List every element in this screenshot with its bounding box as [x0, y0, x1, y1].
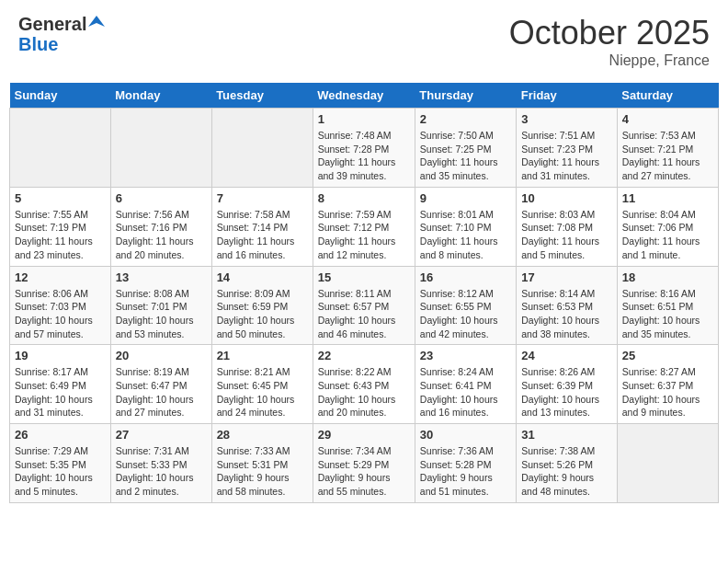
day-info: Sunrise: 7:51 AM Sunset: 7:23 PM Dayligh… [521, 129, 611, 183]
header-day-friday: Friday [517, 83, 617, 109]
day-number: 10 [521, 191, 611, 205]
day-number: 15 [318, 270, 410, 284]
day-info: Sunrise: 8:03 AM Sunset: 7:08 PM Dayligh… [521, 208, 611, 262]
day-number: 20 [116, 349, 207, 362]
day-info: Sunrise: 7:38 AM Sunset: 5:26 PM Dayligh… [521, 444, 611, 499]
calendar-cell [617, 424, 718, 503]
logo: General Blue [18, 14, 105, 54]
header-day-thursday: Thursday [415, 83, 516, 109]
day-info: Sunrise: 7:34 AM Sunset: 5:29 PM Dayligh… [318, 444, 410, 499]
day-info: Sunrise: 8:11 AM Sunset: 6:57 PM Dayligh… [318, 287, 410, 341]
calendar-cell: 8Sunrise: 7:59 AM Sunset: 7:12 PM Daylig… [313, 187, 415, 266]
calendar-cell [211, 109, 313, 188]
calendar-cell: 4Sunrise: 7:53 AM Sunset: 7:21 PM Daylig… [617, 109, 718, 188]
day-number: 28 [217, 428, 308, 442]
day-number: 23 [420, 349, 511, 362]
calendar-cell: 6Sunrise: 7:56 AM Sunset: 7:16 PM Daylig… [110, 187, 211, 266]
day-info: Sunrise: 8:21 AM Sunset: 6:45 PM Dayligh… [217, 365, 308, 419]
day-info: Sunrise: 8:22 AM Sunset: 6:43 PM Dayligh… [318, 365, 410, 419]
day-info: Sunrise: 7:56 AM Sunset: 7:16 PM Dayligh… [116, 208, 207, 262]
week-row-2: 5Sunrise: 7:55 AM Sunset: 7:19 PM Daylig… [10, 187, 719, 266]
calendar-cell: 10Sunrise: 8:03 AM Sunset: 7:08 PM Dayli… [517, 187, 617, 266]
day-info: Sunrise: 8:09 AM Sunset: 6:59 PM Dayligh… [217, 287, 308, 341]
day-info: Sunrise: 7:31 AM Sunset: 5:33 PM Dayligh… [116, 444, 207, 499]
day-info: Sunrise: 7:50 AM Sunset: 7:25 PM Dayligh… [420, 129, 511, 183]
week-row-4: 19Sunrise: 8:17 AM Sunset: 6:49 PM Dayli… [10, 345, 719, 424]
calendar-table: SundayMondayTuesdayWednesdayThursdayFrid… [9, 83, 719, 503]
day-info: Sunrise: 7:55 AM Sunset: 7:19 PM Dayligh… [15, 208, 106, 262]
header-day-saturday: Saturday [617, 83, 718, 109]
day-number: 24 [521, 349, 611, 362]
day-number: 3 [521, 112, 611, 126]
logo-general: General [18, 14, 86, 34]
day-number: 31 [521, 428, 611, 442]
day-info: Sunrise: 7:48 AM Sunset: 7:28 PM Dayligh… [318, 129, 410, 183]
header-day-tuesday: Tuesday [211, 83, 313, 109]
calendar-cell: 9Sunrise: 8:01 AM Sunset: 7:10 PM Daylig… [415, 187, 516, 266]
calendar-cell: 3Sunrise: 7:51 AM Sunset: 7:23 PM Daylig… [517, 109, 617, 188]
calendar-cell: 14Sunrise: 8:09 AM Sunset: 6:59 PM Dayli… [211, 266, 313, 345]
calendar-header: SundayMondayTuesdayWednesdayThursdayFrid… [10, 83, 719, 109]
day-number: 18 [622, 270, 713, 284]
calendar-cell: 18Sunrise: 8:16 AM Sunset: 6:51 PM Dayli… [617, 266, 718, 345]
calendar-cell: 25Sunrise: 8:27 AM Sunset: 6:37 PM Dayli… [617, 345, 718, 424]
day-number: 1 [318, 112, 410, 126]
week-row-5: 26Sunrise: 7:29 AM Sunset: 5:35 PM Dayli… [10, 424, 719, 503]
logo-bird-icon [88, 14, 105, 30]
day-info: Sunrise: 8:04 AM Sunset: 7:06 PM Dayligh… [622, 208, 713, 262]
day-info: Sunrise: 8:17 AM Sunset: 6:49 PM Dayligh… [15, 365, 106, 419]
header-day-monday: Monday [110, 83, 211, 109]
day-number: 27 [116, 428, 207, 442]
day-number: 17 [521, 270, 611, 284]
calendar-cell: 15Sunrise: 8:11 AM Sunset: 6:57 PM Dayli… [313, 266, 415, 345]
calendar-cell: 26Sunrise: 7:29 AM Sunset: 5:35 PM Dayli… [10, 424, 111, 503]
day-info: Sunrise: 8:27 AM Sunset: 6:37 PM Dayligh… [622, 365, 713, 419]
logo-blue: Blue [18, 34, 58, 54]
calendar-cell: 7Sunrise: 7:58 AM Sunset: 7:14 PM Daylig… [211, 187, 313, 266]
day-number: 9 [420, 191, 511, 205]
calendar-cell: 16Sunrise: 8:12 AM Sunset: 6:55 PM Dayli… [415, 266, 516, 345]
calendar-cell: 19Sunrise: 8:17 AM Sunset: 6:49 PM Dayli… [10, 345, 111, 424]
day-info: Sunrise: 8:01 AM Sunset: 7:10 PM Dayligh… [420, 208, 511, 262]
header-day-wednesday: Wednesday [313, 83, 415, 109]
calendar-cell: 31Sunrise: 7:38 AM Sunset: 5:26 PM Dayli… [517, 424, 617, 503]
calendar-cell: 13Sunrise: 8:08 AM Sunset: 7:01 PM Dayli… [110, 266, 211, 345]
day-info: Sunrise: 8:16 AM Sunset: 6:51 PM Dayligh… [622, 287, 713, 341]
day-info: Sunrise: 8:19 AM Sunset: 6:47 PM Dayligh… [116, 365, 207, 419]
day-info: Sunrise: 7:59 AM Sunset: 7:12 PM Dayligh… [318, 208, 410, 262]
calendar-cell: 27Sunrise: 7:31 AM Sunset: 5:33 PM Dayli… [110, 424, 211, 503]
month-title: October 2025 [509, 14, 710, 52]
day-number: 6 [116, 191, 207, 205]
calendar-cell: 2Sunrise: 7:50 AM Sunset: 7:25 PM Daylig… [415, 109, 516, 188]
day-info: Sunrise: 8:24 AM Sunset: 6:41 PM Dayligh… [420, 365, 511, 419]
svg-marker-0 [88, 16, 105, 27]
title-block: October 2025 Nieppe, France [509, 14, 710, 69]
calendar-cell: 29Sunrise: 7:34 AM Sunset: 5:29 PM Dayli… [313, 424, 415, 503]
day-number: 7 [217, 191, 308, 205]
calendar-cell: 30Sunrise: 7:36 AM Sunset: 5:28 PM Dayli… [415, 424, 516, 503]
calendar-cell: 20Sunrise: 8:19 AM Sunset: 6:47 PM Dayli… [110, 345, 211, 424]
day-number: 4 [622, 112, 713, 126]
week-row-3: 12Sunrise: 8:06 AM Sunset: 7:03 PM Dayli… [10, 266, 719, 345]
day-number: 11 [622, 191, 713, 205]
day-number: 12 [15, 270, 106, 284]
day-number: 30 [420, 428, 511, 442]
calendar-cell [110, 109, 211, 188]
day-number: 26 [15, 428, 106, 442]
calendar-cell: 21Sunrise: 8:21 AM Sunset: 6:45 PM Dayli… [211, 345, 313, 424]
calendar-cell [10, 109, 111, 188]
day-info: Sunrise: 7:36 AM Sunset: 5:28 PM Dayligh… [420, 444, 511, 499]
day-info: Sunrise: 7:29 AM Sunset: 5:35 PM Dayligh… [15, 444, 106, 499]
day-number: 22 [318, 349, 410, 362]
page-header: General Blue October 2025 Nieppe, France [9, 9, 719, 74]
day-number: 2 [420, 112, 511, 126]
location: Nieppe, France [509, 52, 710, 69]
calendar-body: 1Sunrise: 7:48 AM Sunset: 7:28 PM Daylig… [10, 109, 719, 503]
day-number: 5 [15, 191, 106, 205]
day-info: Sunrise: 8:26 AM Sunset: 6:39 PM Dayligh… [521, 365, 611, 419]
header-day-sunday: Sunday [10, 83, 111, 109]
calendar-cell: 28Sunrise: 7:33 AM Sunset: 5:31 PM Dayli… [211, 424, 313, 503]
day-number: 13 [116, 270, 207, 284]
day-info: Sunrise: 8:08 AM Sunset: 7:01 PM Dayligh… [116, 287, 207, 341]
day-info: Sunrise: 8:12 AM Sunset: 6:55 PM Dayligh… [420, 287, 511, 341]
